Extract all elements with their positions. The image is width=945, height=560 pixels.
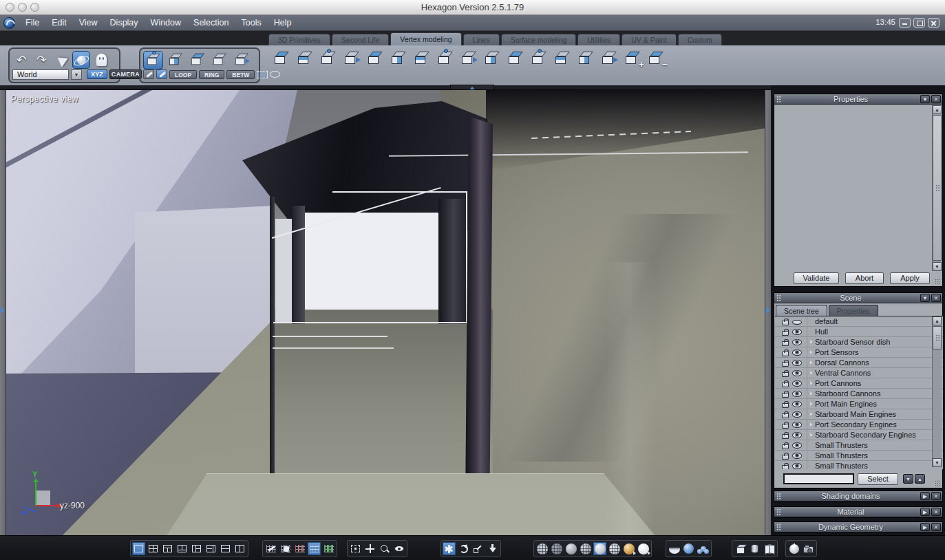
scene-tree-row[interactable]: Hull: [775, 327, 943, 337]
menu-file[interactable]: File: [19, 15, 45, 31]
grid-z-plane-button[interactable]: [322, 542, 335, 555]
eye-icon[interactable]: [792, 360, 802, 366]
scene-tree-row[interactable]: default: [775, 316, 943, 327]
lock-icon[interactable]: [782, 403, 789, 408]
smooth-tool-button[interactable]: [434, 48, 456, 69]
wireframe-shading-button[interactable]: [535, 542, 549, 555]
scene-tree-row[interactable]: Small Thrusters: [775, 461, 943, 469]
low-smoothing-button[interactable]: [668, 542, 681, 555]
weld-tool-button[interactable]: [504, 48, 527, 69]
panel-expand-button[interactable]: ▶: [920, 508, 930, 516]
drag-grip-icon[interactable]: [776, 493, 781, 500]
taper-tool-button[interactable]: [574, 48, 597, 69]
eye-icon[interactable]: [792, 391, 802, 397]
expand-arrow-icon[interactable]: [810, 350, 813, 354]
world-dropdown-arrow[interactable]: ▼: [71, 69, 82, 80]
menu-window[interactable]: Window: [145, 15, 187, 31]
sweep-surface-tool-button[interactable]: [410, 48, 433, 69]
tessellate-tool-button[interactable]: [480, 48, 503, 69]
lock-icon[interactable]: [782, 455, 789, 460]
rotate-manipulator-button[interactable]: [457, 542, 470, 555]
select-button[interactable]: Select: [858, 473, 898, 485]
stretch-tool-button[interactable]: [551, 48, 573, 69]
select-faces-button[interactable]: [187, 51, 207, 69]
scene-panel-header[interactable]: Scene ▼ ✕: [774, 293, 942, 303]
scroll-up-button[interactable]: ▲: [933, 105, 942, 114]
menu-selection[interactable]: Selection: [187, 15, 235, 31]
paint-select-icon[interactable]: [143, 69, 154, 79]
lock-icon[interactable]: [782, 383, 789, 387]
eye-icon[interactable]: [792, 339, 802, 345]
universal-manipulator-button[interactable]: [443, 542, 456, 555]
tab-surface-modeling[interactable]: Surface modeling: [501, 34, 577, 45]
expand-arrow-icon[interactable]: [810, 402, 813, 406]
smoothing-decrease-tool-button[interactable]: −: [644, 48, 667, 69]
scene-filter-input[interactable]: [783, 473, 854, 484]
grid-y-plane-button[interactable]: [308, 542, 321, 555]
hidden-line-shading-button[interactable]: [550, 542, 563, 555]
minimize-button[interactable]: [899, 18, 911, 28]
layout-wide-bottom-button[interactable]: [176, 542, 189, 555]
drag-grip-icon[interactable]: [776, 96, 781, 103]
lock-icon[interactable]: [782, 465, 789, 470]
undo-button[interactable]: ↶: [12, 51, 30, 69]
select-object-button[interactable]: [209, 51, 229, 69]
ellipse-marquee-icon[interactable]: [270, 71, 280, 78]
layout-single-button[interactable]: [132, 542, 145, 555]
scroll-up-button[interactable]: ▲: [933, 316, 942, 325]
extract-around-tool-button[interactable]: [293, 48, 316, 69]
scene-tree-tab[interactable]: Scene tree: [776, 305, 827, 316]
look-at-button[interactable]: [392, 542, 405, 555]
panel-close-button[interactable]: ✕: [931, 508, 941, 516]
expand-arrow-icon[interactable]: [810, 422, 813, 427]
grid-snap-object-button[interactable]: [279, 542, 292, 555]
select-auto-button[interactable]: [231, 51, 251, 69]
camera-toggle-button[interactable]: CAMERA: [109, 69, 142, 79]
tab-second-life[interactable]: Second Life: [332, 34, 389, 45]
viewport-canvas[interactable]: Perspective view Y yz-900: [0, 89, 771, 535]
eye-icon[interactable]: [792, 432, 802, 438]
reference-pages-button[interactable]: [763, 542, 776, 555]
scene-tree-row[interactable]: Port Secondary Engines: [775, 420, 943, 430]
menu-edit[interactable]: Edit: [45, 15, 73, 31]
validate-button[interactable]: Validate: [794, 272, 839, 284]
bounding-box-button[interactable]: [734, 542, 747, 555]
ring-button[interactable]: RING: [199, 70, 224, 79]
symmetry-tool-button[interactable]: [527, 48, 550, 69]
scene-tree-row[interactable]: Starboard Secondary Engines: [775, 430, 943, 440]
dynamic-geometry-header[interactable]: Dynamic Geometry ▶ ✕: [774, 522, 942, 532]
scene-tree-row[interactable]: Ventral Cannons: [775, 368, 943, 378]
collapse-left-panel-handle[interactable]: [0, 90, 6, 535]
eye-icon[interactable]: [792, 422, 802, 428]
extrude-surface-tool-button[interactable]: [363, 48, 386, 69]
scene-tree-row[interactable]: Starboard Main Engines: [775, 409, 943, 420]
zoom-region-button[interactable]: [378, 542, 391, 555]
lock-icon[interactable]: [782, 393, 789, 398]
panel-expand-button[interactable]: ▶: [920, 492, 930, 500]
scene-tree-row[interactable]: Port Cannons: [775, 378, 943, 389]
scroll-down-button[interactable]: ▼: [933, 262, 942, 271]
expand-arrow-icon[interactable]: [810, 391, 813, 396]
grid-edit-button[interactable]: [264, 542, 277, 555]
lock-icon[interactable]: [782, 413, 789, 418]
twist-tool-button[interactable]: [597, 48, 620, 69]
menu-view[interactable]: View: [73, 15, 104, 31]
lock-icon[interactable]: [782, 372, 789, 377]
select-edges-button[interactable]: [165, 51, 185, 69]
lock-icon[interactable]: [782, 352, 789, 356]
smooth-shading-button[interactable]: [593, 542, 606, 555]
scrollbar-thumb[interactable]: [933, 115, 942, 261]
panel-menu-button[interactable]: ▼: [920, 95, 930, 103]
scale-manipulator-button[interactable]: [471, 542, 485, 555]
bevel-tool-button[interactable]: [270, 48, 293, 69]
eye-icon[interactable]: [792, 453, 802, 459]
smoothing-range-button[interactable]: [697, 542, 710, 555]
scene-tree-row[interactable]: Dorsal Cannons: [775, 358, 943, 368]
menu-help[interactable]: Help: [268, 15, 298, 31]
eye-icon[interactable]: [792, 349, 802, 356]
render-light-button[interactable]: [787, 542, 800, 555]
select-vertices-button[interactable]: [143, 51, 163, 69]
expand-arrow-icon[interactable]: [810, 371, 813, 375]
eye-icon[interactable]: [792, 442, 802, 449]
layout-left-column-button[interactable]: [190, 542, 203, 555]
